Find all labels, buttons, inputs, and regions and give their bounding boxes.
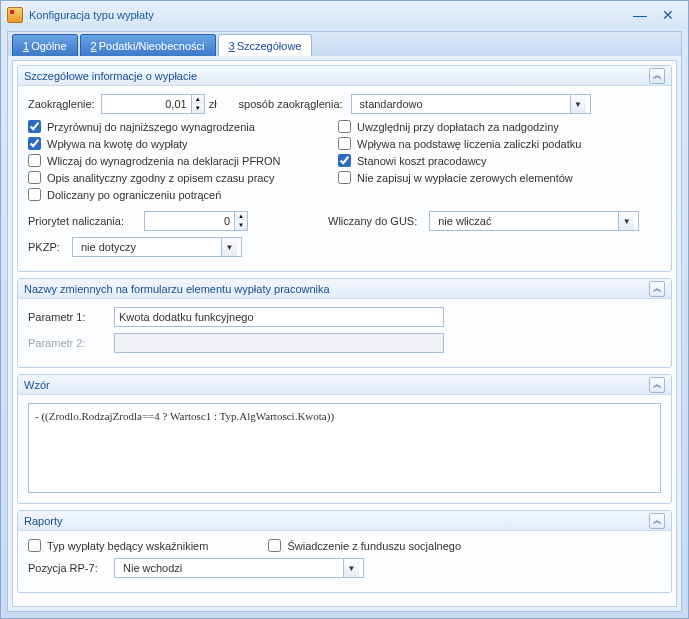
chevron-down-icon[interactable]: ▼: [343, 559, 359, 577]
group-formula-header: Wzór ︽: [18, 375, 671, 395]
group-variables-header: Nazwy zmiennych na formularzu elementu w…: [18, 279, 671, 299]
priority-value[interactable]: [144, 211, 234, 231]
titlebar: Konfiguracja typu wypłaty — ✕: [1, 1, 688, 29]
rp7-label: Pozycja RP-7:: [28, 562, 108, 574]
client-area: 1Ogólne 2Podatki/Nieobecności 3Szczegóło…: [7, 31, 682, 612]
group-formula: Wzór ︽: [17, 374, 672, 504]
chk-overtime[interactable]: Uwzględnij przy dopłatach za nadgodziny: [338, 120, 658, 133]
gus-value: nie wliczać: [434, 215, 618, 227]
gus-select[interactable]: nie wliczać ▼: [429, 211, 639, 231]
group-reports: Raporty ︽ Typ wypłaty będący wskaźnikiem…: [17, 510, 672, 593]
content-panel: Szczegółowe informacje o wypłacie ︽ Zaok…: [12, 60, 677, 607]
chevron-down-icon[interactable]: ▼: [618, 212, 634, 230]
minimize-button[interactable]: —: [626, 5, 654, 25]
chevron-down-icon[interactable]: ▼: [570, 95, 586, 113]
rp7-value: Nie wchodzi: [119, 562, 343, 574]
spin-up-icon[interactable]: ▲: [235, 212, 247, 221]
chk-social-fund[interactable]: Świadczenie z funduszu socjalnego: [268, 539, 461, 552]
spin-down-icon[interactable]: ▼: [192, 104, 204, 113]
pkzp-label: PKZP:: [28, 241, 66, 253]
rounding-unit: zł: [209, 98, 217, 110]
tab-szczegolowe[interactable]: 3Szczegółowe: [218, 34, 313, 56]
priority-label: Priorytet naliczania:: [28, 215, 138, 227]
close-button[interactable]: ✕: [654, 5, 682, 25]
window-title: Konfiguracja typu wypłaty: [29, 9, 154, 21]
collapse-toggle-icon[interactable]: ︽: [649, 68, 665, 84]
chk-employer-cost[interactable]: Stanowi koszt pracodawcy: [338, 154, 658, 167]
tab-strip: 1Ogólne 2Podatki/Nieobecności 3Szczegóło…: [8, 32, 681, 56]
rounding-mode-value: standardowo: [356, 98, 570, 110]
chk-skip-zero[interactable]: Nie zapisuj w wypłacie zerowych elementó…: [338, 171, 658, 184]
chk-min-wage[interactable]: Przyrównuj do najniższego wynagrodzenia: [28, 120, 328, 133]
rounding-label: Zaokrąglenie:: [28, 98, 95, 110]
group-formula-title: Wzór: [24, 379, 50, 391]
group-detail: Szczegółowe informacje o wypłacie ︽ Zaok…: [17, 65, 672, 272]
param2-label: Parametr 2:: [28, 337, 108, 349]
chk-pfron[interactable]: Wliczaj do wynagrodzenia na deklaracji P…: [28, 154, 328, 167]
group-variables: Nazwy zmiennych na formularzu elementu w…: [17, 278, 672, 368]
tab-ogolne[interactable]: 1Ogólne: [12, 34, 78, 56]
priority-input[interactable]: ▲▼: [144, 211, 248, 231]
rounding-value[interactable]: [101, 94, 191, 114]
pkzp-select[interactable]: nie dotyczy ▼: [72, 237, 242, 257]
window: Konfiguracja typu wypłaty — ✕ 1Ogólne 2P…: [0, 0, 689, 619]
param2-input: [114, 333, 444, 353]
collapse-toggle-icon[interactable]: ︽: [649, 513, 665, 529]
param1-input[interactable]: [114, 307, 444, 327]
chevron-down-icon[interactable]: ▼: [221, 238, 237, 256]
pkzp-value: nie dotyczy: [77, 241, 221, 253]
collapse-toggle-icon[interactable]: ︽: [649, 377, 665, 393]
group-detail-header: Szczegółowe informacje o wypłacie ︽: [18, 66, 671, 86]
group-variables-title: Nazwy zmiennych na formularzu elementu w…: [24, 283, 330, 295]
spin-down-icon[interactable]: ▼: [235, 221, 247, 230]
app-icon: [7, 7, 23, 23]
group-reports-title: Raporty: [24, 515, 63, 527]
rounding-mode-label: sposób zaokrąglenia:: [239, 98, 343, 110]
spin-up-icon[interactable]: ▲: [192, 95, 204, 104]
rounding-input[interactable]: ▲▼: [101, 94, 205, 114]
group-reports-header: Raporty ︽: [18, 511, 671, 531]
chk-after-deductions[interactable]: Doliczany po ograniczeniu potrąceń: [28, 188, 328, 201]
rounding-mode-select[interactable]: standardowo ▼: [351, 94, 591, 114]
chk-analytic-desc[interactable]: Opis analityczny zgodny z opisem czasu p…: [28, 171, 328, 184]
chk-indicator[interactable]: Typ wypłaty będący wskaźnikiem: [28, 539, 208, 552]
formula-textarea[interactable]: [28, 403, 661, 493]
chk-tax-base[interactable]: Wpływa na podstawę liczenia zaliczki pod…: [338, 137, 658, 150]
gus-label: Wliczany do GUS:: [328, 215, 417, 227]
param1-label: Parametr 1:: [28, 311, 108, 323]
group-detail-title: Szczegółowe informacje o wypłacie: [24, 70, 197, 82]
rp7-select[interactable]: Nie wchodzi ▼: [114, 558, 364, 578]
collapse-toggle-icon[interactable]: ︽: [649, 281, 665, 297]
chk-payout-amount[interactable]: Wpływa na kwotę do wypłaty: [28, 137, 328, 150]
tab-podatki[interactable]: 2Podatki/Nieobecności: [80, 34, 216, 56]
